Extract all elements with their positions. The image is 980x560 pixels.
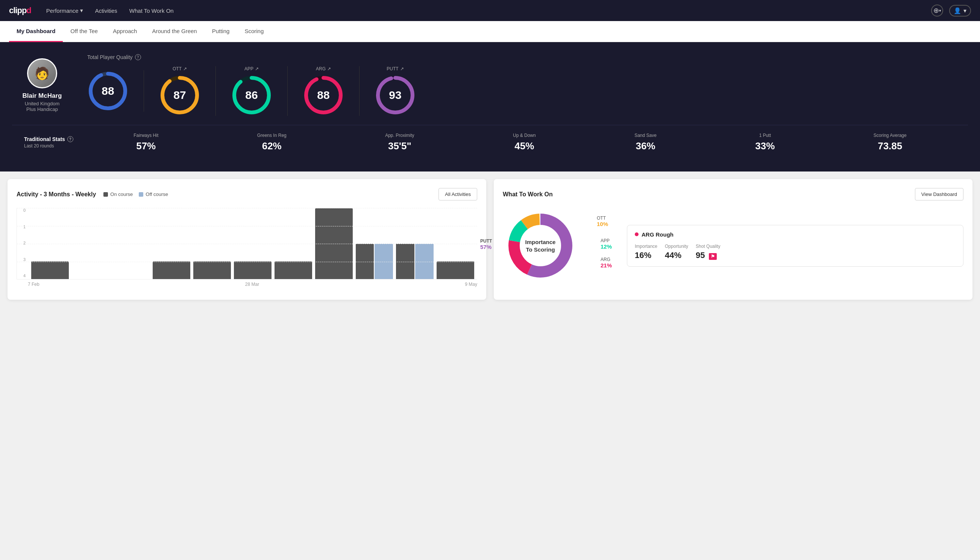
arg-score-item: ARG ↗ 88	[288, 66, 359, 116]
importance-label: Importance	[635, 244, 657, 249]
oneputt-label: 1 Putt	[755, 133, 775, 138]
tab-scoring[interactable]: Scoring	[237, 21, 271, 42]
shot-quality-label: Shot Quality	[696, 244, 720, 249]
total-score-item: 88	[87, 70, 144, 112]
off-course-dot	[139, 192, 143, 197]
app-label: APP ↗	[245, 66, 259, 72]
on-course-label: On course	[110, 192, 133, 197]
chart-legend: On course Off course	[103, 192, 168, 197]
x-axis-labels: 7 Feb 28 Mar 9 May	[17, 282, 477, 287]
bar-group-5	[193, 262, 231, 279]
trad-help-icon[interactable]: ?	[67, 136, 73, 142]
stat-scoring-avg: Scoring Average 73.85	[874, 133, 907, 152]
arg-gauge: 88	[303, 75, 344, 116]
app-gauge: 86	[231, 75, 272, 116]
info-card: ARG Rough Importance 16% Opportunity 44%…	[627, 225, 963, 267]
off-course-bar	[374, 244, 393, 279]
ott-gauge: 87	[159, 75, 200, 116]
chevron-down-icon: ▾	[939, 8, 941, 13]
off-course-label: Off course	[146, 192, 168, 197]
stat-items: Fairways Hit 57% Greens In Reg 62% App. …	[84, 133, 956, 152]
on-course-bar	[315, 208, 353, 279]
tab-approach[interactable]: Approach	[105, 21, 145, 42]
on-course-bar	[153, 262, 190, 279]
add-button[interactable]: ⊕ ▾	[931, 5, 943, 17]
nav-links: Performance ▾ Activities What To Work On	[46, 7, 174, 14]
stat-greens-in-reg: Greens In Reg 62%	[257, 133, 286, 152]
stat-app-proximity: App. Proximity 35'5"	[385, 133, 414, 152]
proximity-label: App. Proximity	[385, 133, 414, 138]
trad-stats-label: Traditional Stats ? Last 20 rounds	[24, 136, 84, 148]
help-icon[interactable]: ?	[135, 54, 141, 60]
tab-off-the-tee[interactable]: Off the Tee	[63, 21, 105, 42]
trad-stats-sublabel: Last 20 rounds	[24, 143, 84, 148]
opportunity-value: 44%	[665, 250, 688, 260]
x-label-mar: 28 Mar	[245, 282, 259, 287]
total-gauge: 88	[87, 70, 129, 112]
chevron-down-icon: ▾	[963, 7, 967, 14]
donut-chart: ImportanceTo Scoring	[503, 208, 578, 283]
greens-value: 62%	[257, 140, 286, 152]
proximity-value: 35'5"	[385, 140, 414, 152]
player-info: 🧑 Blair McHarg United Kingdom Plus Handi…	[12, 58, 72, 112]
tab-nav: My Dashboard Off the Tee Approach Around…	[0, 21, 980, 42]
arg-label: ARG ↗	[316, 66, 331, 72]
work-on-header: What To Work On View Dashboard	[503, 188, 963, 200]
bar-chart: 4 3 2 1 0	[17, 208, 477, 291]
player-handicap: Plus Handicap	[26, 107, 58, 112]
bars-container	[28, 208, 477, 279]
app-logo: clippd	[9, 6, 31, 15]
avatar: 🧑	[27, 58, 57, 88]
on-course-bar	[437, 262, 474, 279]
legend-on-course: On course	[103, 192, 133, 197]
scoringavg-label: Scoring Average	[874, 133, 907, 138]
sandsave-label: Sand Save	[634, 133, 657, 138]
player-name: Blair McHarg	[23, 92, 62, 100]
greens-label: Greens In Reg	[257, 133, 286, 138]
bar-group-10	[396, 244, 434, 279]
bar-group-7	[275, 262, 312, 279]
bar-group-6	[234, 262, 271, 279]
nav-activities[interactable]: Activities	[95, 8, 117, 14]
stat-fairways-hit: Fairways Hit 57%	[133, 133, 158, 152]
scores-row: 88 OTT ↗ 87	[87, 66, 968, 116]
plus-icon: ⊕	[933, 7, 939, 15]
legend-off-course: Off course	[139, 192, 168, 197]
nav-what-to-work-on[interactable]: What To Work On	[129, 8, 174, 14]
on-course-bar	[31, 262, 69, 279]
bar-group-9	[356, 244, 393, 279]
shot-quality-metric: Shot Quality 95 ⚑	[696, 244, 720, 260]
activity-card-header: Activity - 3 Months - Weekly On course O…	[17, 188, 477, 200]
on-course-bar	[275, 262, 312, 279]
stat-sand-save: Sand Save 36%	[634, 133, 657, 152]
donut-center-text: ImportanceTo Scoring	[525, 238, 556, 253]
app-score-value: 86	[245, 89, 258, 102]
view-dashboard-button[interactable]: View Dashboard	[915, 188, 963, 200]
user-icon: 👤	[954, 7, 961, 14]
fairways-value: 57%	[133, 140, 158, 152]
user-menu[interactable]: 👤 ▾	[949, 5, 971, 17]
ott-score-item: OTT ↗ 87	[144, 66, 216, 116]
total-score-value: 88	[101, 85, 114, 97]
all-activities-button[interactable]: All Activities	[438, 188, 477, 200]
work-on-title: What To Work On	[503, 191, 553, 198]
nav-right: ⊕ ▾ 👤 ▾	[931, 5, 971, 17]
tab-around-the-green[interactable]: Around the Green	[145, 21, 204, 42]
sandsave-value: 36%	[634, 140, 657, 152]
info-card-wrapper: ARG Rough Importance 16% Opportunity 44%…	[627, 225, 963, 267]
on-course-bar	[234, 262, 271, 279]
tab-putting[interactable]: Putting	[205, 21, 237, 42]
on-course-bar	[396, 244, 414, 279]
putt-donut-label: PUTT 57%	[480, 238, 492, 250]
tab-my-dashboard[interactable]: My Dashboard	[9, 21, 63, 42]
traditional-stats: Traditional Stats ? Last 20 rounds Fairw…	[12, 125, 968, 161]
flag-icon: ⚑	[709, 253, 717, 260]
bar-group-11	[437, 262, 474, 279]
putt-arrow: ↗	[400, 66, 404, 72]
bar-group-1	[31, 262, 69, 279]
chevron-down-icon: ▾	[80, 7, 83, 14]
putt-label: PUTT ↗	[387, 66, 404, 72]
updown-label: Up & Down	[513, 133, 536, 138]
stat-up-down: Up & Down 45%	[513, 133, 536, 152]
nav-performance[interactable]: Performance ▾	[46, 7, 83, 14]
